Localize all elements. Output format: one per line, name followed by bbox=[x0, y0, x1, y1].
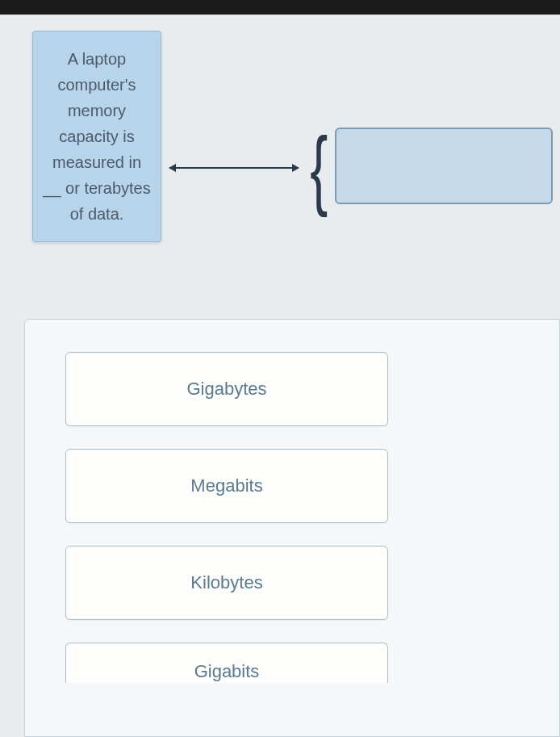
option-kilobytes[interactable]: Kilobytes bbox=[65, 546, 388, 620]
option-label: Kilobytes bbox=[190, 572, 262, 593]
option-label: Gigabytes bbox=[186, 379, 266, 399]
option-megabits[interactable]: Megabits bbox=[65, 449, 388, 523]
window-top-bar bbox=[0, 0, 560, 15]
connector-arrow bbox=[169, 156, 299, 180]
question-prompt-card: A laptop computer's memory capacity is m… bbox=[32, 31, 161, 242]
answer-drop-target[interactable] bbox=[335, 128, 553, 204]
option-gigabits[interactable]: Gigabits bbox=[65, 643, 388, 683]
curly-brace-icon: { bbox=[307, 119, 331, 216]
option-gigabytes[interactable]: Gigabytes bbox=[65, 352, 388, 426]
option-label: Megabits bbox=[190, 475, 262, 496]
answer-options-panel: Gigabytes Megabits Kilobytes Gigabits bbox=[24, 319, 560, 737]
option-label: Gigabits bbox=[194, 661, 260, 681]
question-prompt-text: A laptop computer's memory capacity is m… bbox=[43, 50, 150, 223]
question-area: A laptop computer's memory capacity is m… bbox=[0, 15, 560, 313]
arrow-line-icon bbox=[169, 167, 299, 169]
